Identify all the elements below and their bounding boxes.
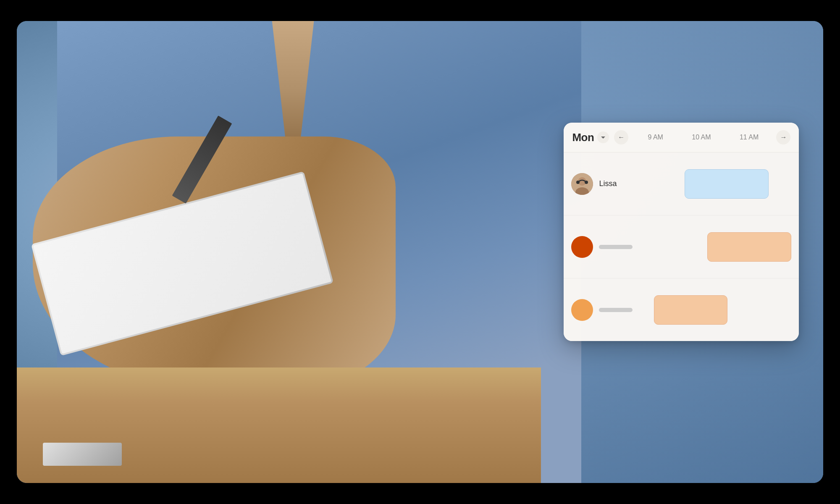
time-block-peach-2[interactable] [654, 295, 727, 325]
avatar [571, 173, 593, 195]
arrow-right-icon: → [780, 134, 787, 141]
time-block-area-1 [638, 157, 791, 211]
table-row: Lissa [564, 152, 799, 215]
time-labels: 9 AM 10 AM 11 AM [633, 134, 773, 141]
day-selector[interactable]: Mon [572, 131, 609, 144]
person-name-bar-2 [599, 245, 633, 249]
day-label: Mon [572, 131, 594, 144]
avatar-photo [571, 173, 593, 195]
time-label-10am: 10 AM [692, 134, 711, 141]
chevron-down-icon[interactable] [597, 131, 609, 143]
person-name-lissa: Lissa [599, 179, 633, 188]
time-label-11am: 11 AM [740, 134, 759, 141]
avatar-circle-light [571, 299, 593, 321]
schedule-grid: Lissa [564, 152, 799, 341]
time-block-blue[interactable] [685, 169, 769, 199]
time-block-peach-1[interactable] [707, 232, 791, 262]
table-row [564, 215, 799, 278]
desk-equipment [43, 443, 121, 466]
schedule-card: Mon ← 9 AM 10 AM 11 AM → [564, 123, 799, 341]
time-label-9am: 9 AM [648, 134, 663, 141]
desk-counter [17, 368, 541, 483]
card-header: Mon ← 9 AM 10 AM 11 AM → [564, 123, 799, 152]
table-row [564, 278, 799, 341]
nav-prev-button[interactable]: ← [614, 130, 628, 144]
time-block-area-2 [638, 220, 791, 274]
person-name-bar-3 [599, 308, 633, 312]
avatar-circle-dark [571, 236, 593, 258]
arrow-left-icon: ← [618, 134, 625, 141]
main-frame: Mon ← 9 AM 10 AM 11 AM → [17, 21, 823, 483]
time-block-area-3 [638, 283, 791, 337]
nav-next-button[interactable]: → [776, 130, 790, 144]
